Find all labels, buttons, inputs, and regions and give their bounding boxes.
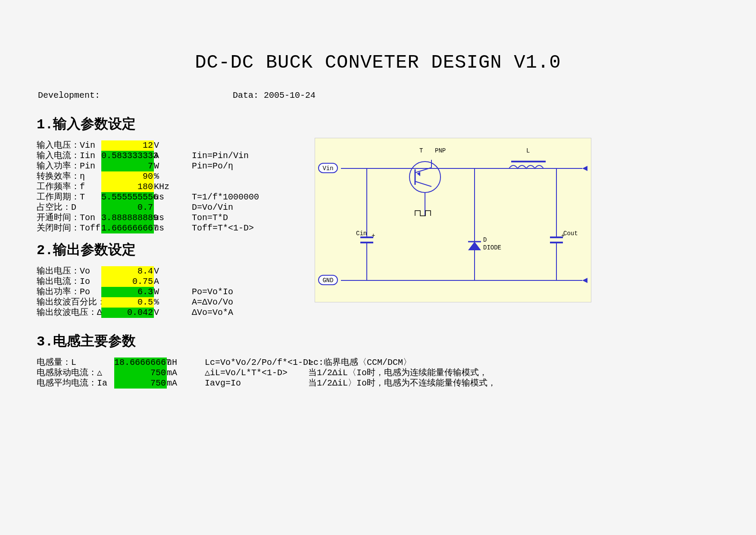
table-row: 电感平均电流：Ia750mAIavg=Io当1/2ΔiL〉Io时，电感为不连续能… (37, 378, 496, 389)
schematic-diagram: Vin GND Cin + T PNP (315, 138, 591, 302)
param-unit: A (154, 151, 170, 161)
param-value: 180 (101, 182, 154, 192)
param-unit: V (154, 266, 170, 277)
input-params-table: 输入电压：Vin12V输入电流：Iin0.583333333AIin=Pin/V… (37, 140, 259, 233)
svg-line-12 (415, 181, 431, 187)
table-row: 输入电流：Iin0.583333333AIin=Pin/Vin (37, 151, 259, 161)
param-value: 1.666666667 (101, 223, 154, 233)
table-row: 开通时间：Ton3.888888889usTon=T*D (37, 213, 259, 223)
svg-point-9 (409, 162, 440, 193)
param-formula: Iavg=Io (205, 378, 300, 389)
param-label: 输出纹波百分比： (37, 297, 101, 308)
param-label: 工作周期：T (37, 192, 101, 202)
param-unit: V (154, 308, 170, 318)
param-unit: mA (167, 378, 183, 389)
param-value: 18.66666667 (114, 358, 167, 368)
param-label: 输入功率：Pin (37, 161, 101, 171)
param-unit: us (154, 213, 170, 223)
development-label: Development: (38, 90, 100, 100)
param-label: 输出电流：Io (37, 277, 101, 287)
param-formula: T=1/f*1000000 (192, 192, 259, 202)
param-value: 0.75 (101, 277, 154, 287)
table-row: 占空比：D0.7D=Vo/Vin (37, 202, 259, 213)
date-label: Data: 2005-10-24 (233, 90, 316, 100)
param-unit: us (154, 192, 170, 202)
param-formula: Po=Vo*Io (192, 287, 233, 297)
table-row: 输出电压：Vo8.4V (37, 266, 233, 277)
param-label: 工作频率：f (37, 182, 101, 192)
svg-marker-17 (468, 242, 481, 250)
table-row: 输出电流：Io0.75A (37, 277, 233, 287)
param-label: 输出功率：Po (37, 287, 101, 297)
table-row: 电感量：L18.66666667uHLc=Vo*Vo/2/Po/f*<1-D>L… (37, 358, 496, 368)
param-value: 8.4 (101, 266, 154, 277)
schematic-gnd-label: GND (322, 277, 333, 284)
table-row: 输出纹波电压：Δ0.042VΔVo=Vo*A (37, 308, 233, 318)
param-label: 电感平均电流：Ia (37, 378, 114, 389)
param-value: 6.3 (101, 287, 154, 297)
param-unit: % (154, 297, 170, 308)
param-value: 0.042 (101, 308, 154, 318)
param-formula: Ton=T*D (192, 213, 228, 223)
param-value: 0.583333333 (101, 151, 154, 161)
table-row: 输出纹波百分比：0.5%A=ΔVo/Vo (37, 297, 233, 308)
table-row: 工作周期：T5.555555556usT=1/f*1000000 (37, 192, 259, 202)
table-row: 关闭时间：Toff1.666666667usToff=T*<1-D> (37, 223, 259, 233)
param-value: 0.5 (101, 297, 154, 308)
schematic-cout-label: Cout (563, 230, 578, 237)
table-row: 转换效率：η90% (37, 171, 259, 182)
param-label: 电感量：L (37, 358, 114, 368)
param-note: 当1/2ΔiL〈Io时，电感为连续能量传输模式， (308, 368, 487, 378)
schematic-pnp-label: PNP (435, 147, 446, 154)
svg-marker-13 (417, 172, 420, 176)
param-label: 关闭时间：Toff (37, 223, 101, 233)
param-formula: ΔVo=Vo*A (192, 308, 233, 318)
section-1-heading: 1.输入参数设定 (37, 115, 136, 134)
param-unit: KHz (154, 182, 170, 192)
schematic-l-label: L (526, 147, 530, 154)
schematic-t-label: T (419, 147, 423, 154)
param-label: 开通时间：Ton (37, 213, 101, 223)
param-formula: △iL=Vo/L*T*<1-D> (205, 368, 300, 378)
param-label: 输入电流：Iin (37, 151, 101, 161)
param-unit: us (154, 223, 170, 233)
param-label: 占空比：D (37, 202, 101, 213)
table-row: 输入电压：Vin12V (37, 140, 259, 151)
param-formula: Iin=Pin/Vin (192, 151, 249, 161)
param-unit: W (154, 287, 170, 297)
table-row: 输入功率：Pin7WPin=Po/η (37, 161, 259, 171)
param-unit: W (154, 161, 170, 171)
param-label: 输出纹波电压：Δ (37, 308, 101, 318)
param-formula: A=ΔVo/Vo (192, 297, 233, 308)
svg-text:+: + (561, 232, 565, 239)
table-row: 工作频率：f180KHz (37, 182, 259, 192)
inductor-params-table: 电感量：L18.66666667uHLc=Vo*Vo/2/Po/f*<1-D>L… (37, 358, 496, 389)
param-formula: Toff=T*<1-D> (192, 223, 254, 233)
param-label: 转换效率：η (37, 171, 101, 182)
param-formula: Lc=Vo*Vo/2/Po/f*<1-D> (205, 358, 300, 368)
param-value: 3.888888889 (101, 213, 154, 223)
schematic-vin-label: Vin (322, 165, 333, 172)
param-value: 0.7 (101, 202, 154, 213)
table-row: 电感脉动电流：△750mA△iL=Vo/L*T*<1-D>当1/2ΔiL〈Io时… (37, 368, 496, 378)
param-value: 750 (114, 368, 167, 378)
table-row: 输出功率：Po6.3WPo=Vo*Io (37, 287, 233, 297)
schematic-diode-label: DIODE (483, 244, 501, 251)
output-params-table: 输出电压：Vo8.4V输出电流：Io0.75A输出功率：Po6.3WPo=Vo*… (37, 266, 233, 318)
section-3-heading: 3.电感主要参数 (37, 332, 136, 351)
page-title: DC-DC BUCK CONVETER DESIGN V1.0 (0, 52, 756, 73)
param-unit: % (154, 171, 170, 182)
schematic-d-label: D (483, 236, 487, 243)
param-note: 当1/2ΔiL〉Io时，电感为不连续能量传输模式， (308, 378, 496, 389)
param-value: 90 (101, 171, 154, 182)
param-unit: uH (167, 358, 183, 368)
param-unit: V (154, 140, 170, 151)
param-label: 输出电压：Vo (37, 266, 101, 277)
param-note: Lc:临界电感〈CCM/DCM〉 (308, 358, 412, 368)
param-unit: A (154, 277, 170, 287)
param-label: 电感脉动电流：△ (37, 368, 114, 378)
param-value: 5.555555556 (101, 192, 154, 202)
svg-text:+: + (372, 232, 375, 239)
schematic-cin-label: Cin (356, 230, 367, 237)
param-unit: mA (167, 368, 183, 378)
